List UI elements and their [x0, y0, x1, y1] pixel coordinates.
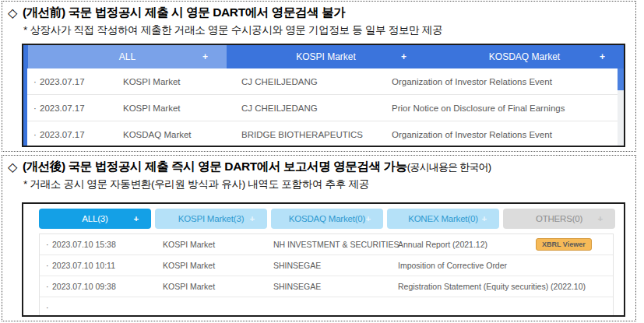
plus-icon: +	[202, 51, 208, 62]
row-bullet: ·	[46, 282, 49, 291]
tab-kospi-market[interactable]: KOSPI Market +	[227, 45, 425, 68]
table-row[interactable]: · 2023.07.17 KOSPI Market CJ CHEILJEDANG…	[27, 68, 618, 95]
row-market: KOSPI Market	[163, 261, 215, 270]
tab-all[interactable]: ALL +	[28, 45, 227, 68]
diamond-icon: ◇	[8, 160, 17, 174]
row-date: 2023.07.17	[40, 130, 85, 139]
row-report-title[interactable]: Organization of Investor Relations Event	[392, 130, 552, 139]
row-bullet: ·	[46, 240, 49, 249]
before-section: ◇(개선前) 국문 법정공시 제출 시 영문 DART에서 영문검색 불가 * …	[2, 1, 636, 152]
row-company[interactable]: CJ CHEILJEDANG	[241, 104, 318, 113]
plus-icon: +	[249, 214, 255, 223]
row-market: KOSPI Market	[123, 77, 181, 86]
scrollbar-thumb[interactable]	[618, 68, 624, 90]
row-market: KOSPI Market	[163, 240, 215, 249]
after-section: ◇(개선後) 국문 법정공시 제출 즉시 영문 DART에서 보고서명 영문검색…	[2, 155, 636, 321]
tab-others-label: OTHERS(0)	[536, 214, 582, 223]
before-subnote: * 상장사가 직접 작성하여 제출한 거래소 영문 수시공시와 영문 기업정보 …	[23, 23, 442, 37]
dart-screenshot-after: ALL(3) + KOSPI Market(3) + KOSDAQ Market…	[22, 202, 625, 317]
tab-kosdaq-label: KOSDAQ Market	[489, 51, 560, 62]
row-company[interactable]: CJ CHEILJEDANG	[241, 77, 318, 86]
tab-others[interactable]: OTHERS(0) +	[503, 209, 615, 229]
tab-kosdaq-market[interactable]: KOSDAQ Market(0) +	[271, 209, 383, 229]
row-bullet: ·	[33, 130, 37, 139]
tab-kosdaq-label: KOSDAQ Market(0)	[289, 214, 365, 223]
row-report-title[interactable]: Registration Statement (Equity securitie…	[398, 282, 586, 291]
plus-icon: +	[597, 214, 603, 223]
before-heading: ◇(개선前) 국문 법정공시 제출 시 영문 DART에서 영문검색 불가	[8, 5, 345, 21]
tab-kospi-label: KOSPI Market(3)	[178, 214, 245, 223]
row-market: KOSPI Market	[163, 282, 215, 291]
row-bullet: ·	[46, 261, 49, 270]
row-company[interactable]: SHINSEGAE	[273, 282, 321, 291]
row-company[interactable]: SHINSEGAE	[273, 261, 321, 270]
row-bullet: ·	[33, 104, 37, 113]
tab-all[interactable]: ALL(3) +	[39, 209, 151, 229]
row-company[interactable]: NH INVESTMENT & SECURITIES	[273, 240, 399, 249]
after-heading-text: (개선後) 국문 법정공시 제출 즉시 영문 DART에서 보고서명 영문검색 …	[23, 160, 407, 173]
table-row[interactable]: · 2023.07.10 15:38 KOSPI Market NH INVES…	[40, 234, 613, 255]
tab-kospi-label: KOSPI Market	[296, 51, 356, 62]
disclosure-list: · 2023.07.10 15:38 KOSPI Market NH INVES…	[39, 233, 614, 315]
row-datetime: 2023.07.10 09:38	[52, 282, 116, 291]
tab-konex-label: KONEX Market(0)	[408, 214, 478, 223]
row-report-title[interactable]: Organization of Investor Relations Event	[392, 77, 552, 86]
market-tab-bar: ALL + KOSPI Market + KOSDAQ Market +	[23, 45, 624, 68]
tab-kosdaq-market[interactable]: KOSDAQ Market +	[425, 45, 624, 68]
tab-all-label: ALL	[119, 51, 135, 62]
row-bullet: ·	[33, 77, 37, 86]
xbrl-viewer-button[interactable]: XBRL Viewer	[536, 238, 592, 251]
table-row[interactable]: · 2023.07.10 10:11 KOSPI Market SHINSEGA…	[40, 255, 613, 276]
row-date: 2023.07.17	[40, 104, 85, 113]
tab-kospi-market[interactable]: KOSPI Market(3) +	[155, 209, 267, 229]
table-row[interactable]: · 2023.07.10 09:38 KOSPI Market SHINSEGA…	[40, 276, 613, 297]
plus-icon: +	[365, 214, 371, 223]
row-date: 2023.07.17	[40, 77, 85, 86]
row-report-title[interactable]: Annual Report (2021.12)	[398, 240, 487, 249]
dart-screenshot-before: ALL + KOSPI Market + KOSDAQ Market + · 2…	[22, 44, 625, 147]
row-company[interactable]: BRIDGE BIOTHERAPEUTICS	[241, 130, 363, 139]
plus-icon: +	[401, 51, 406, 62]
plus-icon: +	[133, 214, 139, 223]
table-row[interactable]: · 2023.07.17 KOSPI Market CJ CHEILJEDANG…	[27, 95, 618, 121]
after-heading-suffix: (공시내용은 한국어)	[407, 161, 491, 173]
row-datetime: 2023.07.10 15:38	[52, 240, 116, 249]
market-tab-bar: ALL(3) + KOSPI Market(3) + KOSDAQ Market…	[39, 209, 615, 229]
row-report-title[interactable]: Imposition of Corrective Order	[398, 261, 507, 270]
row-bullet: ·	[46, 303, 49, 312]
diamond-icon: ◇	[8, 5, 17, 20]
row-report-title[interactable]: Prior Notice on Disclosure of Final Earn…	[392, 104, 565, 113]
row-market: KOSPI Market	[123, 104, 181, 113]
table-row[interactable]: ·	[40, 297, 613, 315]
before-heading-text: (개선前) 국문 법정공시 제출 시 영문 DART에서 영문검색 불가	[23, 5, 345, 19]
row-datetime: 2023.07.10 10:11	[52, 261, 115, 270]
after-subnote: * 거래소 공시 영문 자동변환(우리원 방식과 유사) 내역도 포함하여 추후…	[23, 177, 369, 191]
tab-konex-market[interactable]: KONEX Market(0) +	[387, 209, 499, 229]
plus-icon: +	[481, 214, 487, 223]
row-market: KOSDAQ Market	[123, 130, 192, 139]
table-row[interactable]: · 2023.07.17 KOSDAQ Market BRIDGE BIOTHE…	[27, 121, 618, 146]
after-heading: ◇(개선後) 국문 법정공시 제출 즉시 영문 DART에서 보고서명 영문검색…	[8, 159, 491, 175]
vertical-scrollbar[interactable]	[618, 68, 624, 146]
disclosure-list: · 2023.07.17 KOSPI Market CJ CHEILJEDANG…	[27, 68, 618, 146]
tab-all-label: ALL(3)	[82, 214, 107, 223]
plus-icon: +	[600, 51, 605, 62]
